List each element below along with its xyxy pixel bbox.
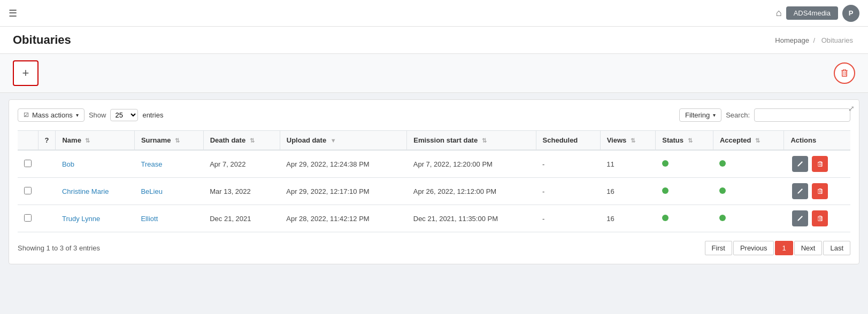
row-death-date: Apr 7, 2022 bbox=[203, 150, 280, 178]
table-row: Christine Marie BeLieu Mar 13, 2022 Apr … bbox=[18, 178, 850, 205]
row-help-cell bbox=[38, 150, 56, 178]
row-views: 16 bbox=[600, 178, 656, 205]
th-views[interactable]: Views ⇅ bbox=[600, 131, 656, 151]
row-status bbox=[656, 178, 713, 205]
th-name[interactable]: Name ⇅ bbox=[56, 131, 135, 151]
trash-row-icon bbox=[817, 161, 823, 167]
th-surname[interactable]: Surname ⇅ bbox=[134, 131, 203, 151]
row-surname: Trease bbox=[134, 150, 203, 178]
table-controls-right: Filtering ▾ Search: bbox=[679, 108, 850, 122]
delete-all-button[interactable] bbox=[834, 62, 855, 84]
delete-button[interactable] bbox=[812, 183, 828, 199]
edit-icon bbox=[797, 215, 803, 222]
row-actions bbox=[784, 205, 850, 232]
accepted-indicator bbox=[719, 187, 726, 194]
status-indicator bbox=[662, 187, 669, 194]
hamburger-icon[interactable]: ☰ bbox=[9, 7, 17, 19]
row-accepted bbox=[713, 205, 784, 232]
th-upload-date[interactable]: Upload date ▼ bbox=[280, 131, 406, 151]
brand-button[interactable]: ADS4media bbox=[786, 6, 838, 20]
row-surname: Elliott bbox=[134, 205, 203, 232]
first-page-button[interactable]: First bbox=[705, 241, 732, 255]
row-scheduled: - bbox=[536, 150, 600, 178]
sort-emission-icon: ⇅ bbox=[482, 137, 487, 144]
table-header-row: ? Name ⇅ Surname ⇅ Death date ⇅ Upload d… bbox=[18, 131, 850, 151]
accepted-indicator bbox=[719, 215, 726, 221]
th-emission-start[interactable]: Emission start date ⇅ bbox=[407, 131, 536, 151]
row-name: Christine Marie bbox=[56, 178, 135, 205]
th-death-date[interactable]: Death date ⇅ bbox=[203, 131, 280, 151]
row-checkbox[interactable] bbox=[24, 187, 32, 194]
row-emission-start: Apr 26, 2022, 12:12:00 PM bbox=[407, 178, 536, 205]
breadcrumb: Homepage / Obituaries bbox=[775, 36, 855, 44]
page-header: Obituaries Homepage / Obituaries bbox=[0, 27, 868, 54]
row-surname: BeLieu bbox=[134, 178, 203, 205]
row-help-cell bbox=[38, 178, 56, 205]
row-actions bbox=[784, 150, 850, 178]
mass-actions-button[interactable]: ☑ Mass actions ▾ bbox=[18, 108, 85, 122]
th-accepted[interactable]: Accepted ⇅ bbox=[713, 131, 784, 151]
th-checkbox bbox=[18, 131, 38, 151]
current-page-button[interactable]: 1 bbox=[775, 241, 793, 255]
row-emission-start: Apr 7, 2022, 12:20:00 PM bbox=[407, 150, 536, 178]
table-row: Bob Trease Apr 7, 2022 Apr 29, 2022, 12:… bbox=[18, 150, 850, 178]
status-indicator bbox=[662, 215, 669, 221]
row-death-date: Mar 13, 2022 bbox=[203, 178, 280, 205]
edit-button[interactable] bbox=[792, 210, 808, 226]
home-icon[interactable]: ⌂ bbox=[776, 7, 782, 19]
row-status bbox=[656, 205, 713, 232]
mass-actions-chevron: ▾ bbox=[76, 112, 79, 118]
breadcrumb-home[interactable]: Homepage bbox=[775, 36, 809, 44]
filtering-label: Filtering bbox=[685, 111, 710, 119]
row-checkbox[interactable] bbox=[24, 160, 32, 167]
row-scheduled: - bbox=[536, 205, 600, 232]
user-avatar[interactable]: P bbox=[842, 5, 859, 22]
mass-actions-label: Mass actions bbox=[32, 111, 73, 119]
status-indicator bbox=[662, 160, 669, 167]
sort-accepted-icon: ⇅ bbox=[755, 137, 760, 144]
trash-row-icon bbox=[817, 215, 823, 222]
trash-row-icon bbox=[817, 188, 823, 194]
sort-name-icon: ⇅ bbox=[85, 137, 90, 144]
row-emission-start: Dec 21, 2021, 11:35:00 PM bbox=[407, 205, 536, 232]
navbar: ☰ ⌂ ADS4media P bbox=[0, 0, 868, 27]
edit-icon bbox=[797, 161, 803, 167]
last-page-button[interactable]: Last bbox=[823, 241, 850, 255]
sort-upload-icon: ▼ bbox=[331, 137, 336, 144]
entries-label: entries bbox=[142, 111, 163, 119]
row-checkbox-cell bbox=[18, 205, 38, 232]
trash-icon bbox=[840, 69, 849, 77]
previous-page-button[interactable]: Previous bbox=[733, 241, 774, 255]
toolbar-row: + bbox=[0, 54, 868, 93]
sort-death-icon: ⇅ bbox=[250, 137, 255, 144]
table-row: Trudy Lynne Elliott Dec 21, 2021 Apr 28,… bbox=[18, 205, 850, 232]
sort-views-icon: ⇅ bbox=[631, 137, 635, 144]
row-status bbox=[656, 150, 713, 178]
filtering-button[interactable]: Filtering ▾ bbox=[679, 108, 721, 122]
pagination: First Previous 1 Next Last bbox=[705, 241, 850, 255]
row-accepted bbox=[713, 150, 784, 178]
search-input[interactable] bbox=[754, 108, 850, 122]
th-status[interactable]: Status ⇅ bbox=[656, 131, 713, 151]
breadcrumb-current: Obituaries bbox=[821, 36, 853, 44]
row-name: Bob bbox=[56, 150, 135, 178]
delete-button[interactable] bbox=[812, 210, 828, 226]
edit-button[interactable] bbox=[792, 183, 808, 199]
next-page-button[interactable]: Next bbox=[794, 241, 823, 255]
table-controls-left: ☑ Mass actions ▾ Show 25 10 50 100 entri… bbox=[18, 108, 163, 122]
data-table: ? Name ⇅ Surname ⇅ Death date ⇅ Upload d… bbox=[18, 130, 850, 232]
add-button[interactable]: + bbox=[13, 60, 39, 86]
edit-icon bbox=[797, 188, 803, 194]
edit-button[interactable] bbox=[792, 156, 808, 172]
expand-icon[interactable]: ⤢ bbox=[848, 104, 855, 113]
navbar-right: ⌂ ADS4media P bbox=[776, 5, 859, 22]
entries-select[interactable]: 25 10 50 100 bbox=[110, 109, 138, 121]
row-upload-date: Apr 28, 2022, 11:42:12 PM bbox=[280, 205, 406, 232]
row-views: 16 bbox=[600, 205, 656, 232]
th-help: ? bbox=[38, 131, 56, 151]
table-body: Bob Trease Apr 7, 2022 Apr 29, 2022, 12:… bbox=[18, 150, 850, 232]
row-checkbox[interactable] bbox=[24, 214, 32, 222]
accepted-indicator bbox=[719, 160, 726, 167]
th-scheduled: Scheduled bbox=[536, 131, 600, 151]
delete-button[interactable] bbox=[812, 156, 828, 172]
